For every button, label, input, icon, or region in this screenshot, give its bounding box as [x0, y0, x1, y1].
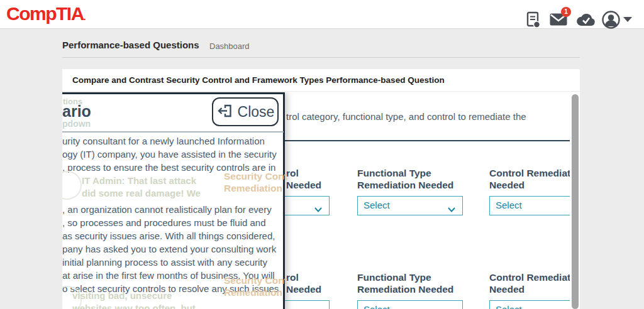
scenario-text-line: initial planning process to assist with …	[62, 257, 267, 268]
cloud-sync-icon[interactable]	[576, 13, 596, 29]
control-remediation-select-row2[interactable]: Select	[489, 300, 570, 309]
logo-reg-mark: .	[84, 12, 85, 22]
scenario-text-line: ogy (IT) company, you have assisted in t…	[62, 149, 277, 160]
close-button-label: Close	[238, 104, 275, 121]
control-remediation-label-row2: Control Remediation Needed	[489, 271, 570, 295]
breadcrumb-dashboard-link[interactable]: Dashboard	[209, 41, 250, 51]
chevron-down-icon	[314, 203, 322, 215]
ghost-chat-text: IT Admin: That last attack did some real…	[82, 175, 201, 200]
functional-type-select-row1[interactable]: Select	[357, 196, 463, 215]
mail-unread-badge: 1	[561, 7, 571, 17]
security-control-label-fragment-row2: rol Needed	[286, 271, 321, 295]
instruction-text-fragment: trol category, functional type, and cont…	[286, 111, 526, 122]
account-menu-caret-icon[interactable]	[623, 17, 632, 22]
control-remediation-select-row1[interactable]: Select	[489, 196, 570, 215]
logo-text: CompTIA	[6, 3, 84, 24]
ghost-label-text: Security Cont Remediation	[224, 170, 287, 194]
scenario-text-line: as security issues arise. With all thing…	[62, 230, 275, 241]
scenario-text-line: , an organization cannot realistically p…	[62, 204, 272, 215]
notes-icon[interactable]	[526, 11, 541, 31]
ghost-label-text: Security Cont Remediation	[224, 274, 287, 298]
page-title: Performance-based Questions	[62, 40, 199, 50]
question-panel: Compare and Contrast Security Control an…	[62, 69, 580, 309]
user-avatar-icon[interactable]	[601, 10, 621, 32]
scenario-heading-fragment: ario	[62, 102, 91, 121]
functional-type-select-row2[interactable]: Select	[357, 300, 463, 309]
question-panel-title: Compare and Contrast Security Control an…	[72, 75, 445, 85]
breadcrumb-divider	[62, 57, 580, 58]
ghost-avatar-circle	[62, 171, 82, 200]
question-panel-titlebar: Compare and Contrast Security Control an…	[62, 69, 580, 92]
question-panel-content: trol category, functional type, and cont…	[62, 92, 570, 309]
ghost-chat-text: visiting bad, unsecure websites way too …	[72, 290, 196, 309]
close-exit-icon	[216, 102, 233, 122]
scenario-text-line: , so processes and procedures must be fl…	[62, 217, 266, 228]
modal-header-divider	[62, 131, 284, 133]
security-control-label-fragment-row1: rol Needed	[286, 167, 321, 191]
control-remediation-label-row1: Control Remediation Needed	[489, 167, 570, 191]
comptia-logo[interactable]: CompTIA.	[6, 3, 85, 24]
close-button[interactable]: Close	[212, 97, 279, 126]
scenario-modal: tions ario pdown Close urity consu	[62, 92, 285, 309]
scenario-text-line: pany has asked you to extend your consul…	[62, 244, 276, 254]
functional-type-label-row2: Functional Type Remediation Needed	[357, 271, 453, 295]
ghost-dropdown-fragment: pdown	[62, 119, 91, 129]
chevron-down-icon	[448, 203, 455, 215]
functional-type-label-row1: Functional Type Remediation Needed	[357, 167, 453, 191]
scenario-text-line: urity consultant for a newly launched In…	[62, 136, 265, 146]
top-header-bar: CompTIA. 1	[0, 0, 644, 29]
page: CompTIA. 1	[0, 0, 644, 309]
scrollbar-thumb[interactable]	[572, 94, 579, 309]
